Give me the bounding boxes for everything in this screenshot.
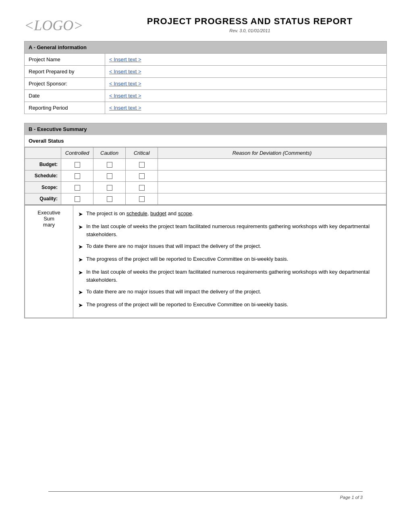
insert-text-prepared-by[interactable]: < Insert text > [109, 69, 141, 75]
list-item: ➤ The progress of the project will be re… [78, 255, 381, 264]
field-value-sponsor[interactable]: < Insert text > [105, 78, 387, 90]
row-label-quality: Quality: [25, 193, 61, 205]
executive-content-cell: ➤ The project is on schedule, budget and… [73, 206, 386, 318]
table-row: Quality: [25, 193, 386, 205]
field-label-date: Date [25, 90, 105, 102]
logo: <LOGO> [24, 16, 113, 34]
page-number: Page 1 of 3 [340, 495, 363, 500]
bullet-arrow-icon: ➤ [78, 223, 83, 231]
footer: Page 1 of 3 [48, 491, 363, 500]
header: <LOGO> PROJECT PROGRESS AND STATUS REPOR… [24, 16, 387, 34]
bullet-arrow-icon: ➤ [78, 256, 83, 264]
list-item: ➤ The project is on schedule, budget and… [78, 210, 381, 218]
schedule-controlled-checkbox[interactable] [61, 170, 93, 182]
section-b-header: B - Executive Summary [25, 123, 387, 135]
row-label-scope: Scope: [25, 182, 61, 193]
field-label-sponsor: Project Sponsor: [25, 78, 105, 90]
table-row: Reporting Period < Insert text > [25, 102, 387, 114]
table-row: Budget: [25, 159, 386, 170]
table-row: Schedule: [25, 170, 386, 182]
report-revision: Rev. 3.0, 01/01/2011 [113, 28, 387, 33]
bullet-text-1: The project is on schedule, budget and s… [86, 210, 193, 218]
scope-caution-checkbox[interactable] [93, 182, 126, 193]
field-value-reporting-period[interactable]: < Insert text > [105, 102, 387, 114]
schedule-critical-checkbox[interactable] [126, 170, 158, 182]
row-label-schedule: Schedule: [25, 170, 61, 182]
budget-critical-checkbox[interactable] [126, 159, 158, 170]
list-item: ➤ To date there are no major issues that… [78, 242, 381, 251]
budget-controlled-checkbox[interactable] [61, 159, 93, 170]
title-block: PROJECT PROGRESS AND STATUS REPORT Rev. … [113, 16, 387, 33]
bullet-text-2: In the last couple of weeks the project … [86, 222, 381, 238]
executive-summary-row: ExecutiveSummary ➤ The project is on sch… [25, 206, 386, 318]
executive-label-cell: ExecutiveSummary [25, 206, 73, 318]
field-label-reporting-period: Reporting Period [25, 102, 105, 114]
insert-text-date[interactable]: < Insert text > [109, 93, 141, 99]
scope-critical-checkbox[interactable] [126, 182, 158, 193]
budget-reason[interactable] [158, 159, 386, 170]
col-caution: Caution [93, 148, 126, 159]
scope-controlled-checkbox[interactable] [61, 182, 93, 193]
quality-controlled-checkbox[interactable] [61, 193, 93, 205]
executive-summary-table: ExecutiveSummary ➤ The project is on sch… [25, 205, 386, 318]
list-item: ➤ To date there are no major issues that… [78, 288, 381, 297]
scope-reason[interactable] [158, 182, 386, 193]
quality-critical-checkbox[interactable] [126, 193, 158, 205]
bullet-arrow-icon: ➤ [78, 210, 83, 218]
table-row: Scope: [25, 182, 386, 193]
field-label-project-name: Project Name [25, 54, 105, 66]
status-grid: Controlled Caution Critical Reason for D… [25, 147, 386, 205]
table-row: Project Name < Insert text > [25, 54, 387, 66]
bullet-arrow-icon: ➤ [78, 243, 83, 251]
budget-caution-checkbox[interactable] [93, 159, 126, 170]
col-controlled: Controlled [61, 148, 93, 159]
overall-status-label: Overall Status [25, 135, 387, 147]
section-a-header: A - General information [25, 42, 387, 54]
list-item: ➤ In the last couple of weeks the projec… [78, 222, 381, 238]
executive-bullet-list: ➤ The project is on schedule, budget and… [78, 210, 381, 310]
bullet-arrow-icon: ➤ [78, 301, 83, 310]
bullet-text-7: The progress of the project will be repo… [86, 301, 288, 309]
report-title: PROJECT PROGRESS AND STATUS REPORT [113, 16, 387, 27]
bullet-arrow-icon: ➤ [78, 288, 83, 297]
table-row: Report Prepared by < Insert text > [25, 66, 387, 78]
list-item: ➤ The progress of the project will be re… [78, 301, 381, 310]
col-empty [25, 148, 61, 159]
field-value-prepared-by[interactable]: < Insert text > [105, 66, 387, 78]
row-label-budget: Budget: [25, 159, 61, 170]
table-row: Project Sponsor: < Insert text > [25, 78, 387, 90]
bullet-text-4: The progress of the project will be repo… [86, 255, 288, 263]
list-item: ➤ In the last couple of weeks the projec… [78, 268, 381, 284]
col-reason: Reason for Deviation (Comments) [158, 148, 386, 159]
insert-text-project-name[interactable]: < Insert text > [109, 56, 141, 62]
schedule-reason[interactable] [158, 170, 386, 182]
section-a-table: A - General information Project Name < I… [24, 41, 387, 114]
insert-text-reporting-period[interactable]: < Insert text > [109, 105, 141, 111]
section-b-table: B - Executive Summary Overall Status Con… [24, 123, 387, 318]
bullet-text-3: To date there are no major issues that w… [86, 242, 261, 250]
bullet-text-6: To date there are no major issues that w… [86, 288, 261, 296]
field-value-project-name[interactable]: < Insert text > [105, 54, 387, 66]
insert-text-sponsor[interactable]: < Insert text > [109, 81, 141, 87]
field-value-date[interactable]: < Insert text > [105, 90, 387, 102]
table-row: Date < Insert text > [25, 90, 387, 102]
quality-caution-checkbox[interactable] [93, 193, 126, 205]
col-critical: Critical [126, 148, 158, 159]
bullet-arrow-icon: ➤ [78, 268, 83, 277]
field-label-prepared-by: Report Prepared by [25, 66, 105, 78]
quality-reason[interactable] [158, 193, 386, 205]
executive-label: ExecutiveSummary [37, 210, 60, 228]
bullet-text-5: In the last couple of weeks the project … [86, 268, 381, 284]
schedule-caution-checkbox[interactable] [93, 170, 126, 182]
